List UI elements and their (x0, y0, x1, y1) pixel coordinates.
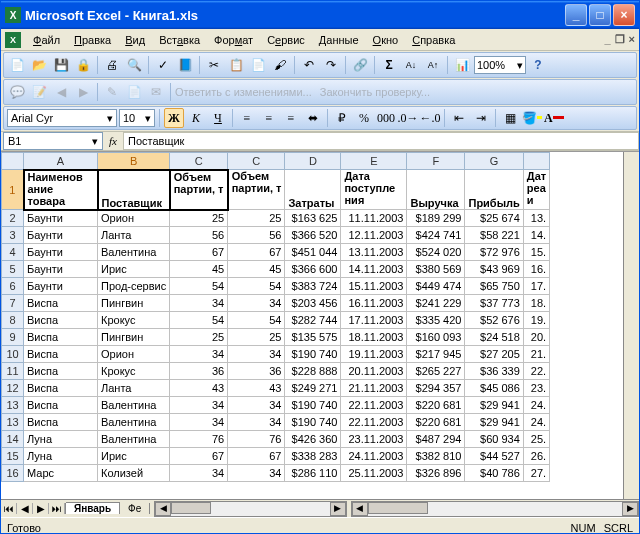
maximize-button[interactable]: □ (589, 4, 611, 26)
cell-h1[interactable]: Датреаи (523, 170, 549, 210)
cell[interactable]: 15. (523, 244, 549, 261)
cell[interactable]: $382 810 (407, 448, 465, 465)
cell[interactable]: 34 (228, 346, 285, 363)
cell[interactable]: $58 221 (465, 227, 523, 244)
cell[interactable]: $366 600 (285, 261, 341, 278)
row-header[interactable]: 13 (2, 414, 24, 431)
cell[interactable]: 43 (228, 380, 285, 397)
cell[interactable]: 16.11.2003 (341, 295, 407, 312)
research-icon[interactable]: 📘 (175, 55, 195, 75)
cell[interactable]: Орион (98, 210, 170, 227)
cell[interactable]: 34 (170, 465, 228, 482)
italic-button[interactable]: К (186, 108, 206, 128)
cell-c1-2[interactable]: Объемпартии, т (228, 170, 285, 210)
cell[interactable]: $220 681 (407, 414, 465, 431)
cell[interactable]: Баунти (24, 278, 98, 295)
cell[interactable]: Крокус (98, 363, 170, 380)
cell[interactable]: Пингвин (98, 329, 170, 346)
reply-changes-button[interactable]: Ответить с изменениями... (175, 86, 312, 98)
cell[interactable]: 22. (523, 363, 549, 380)
cell[interactable]: 34 (170, 397, 228, 414)
cell[interactable]: $190 740 (285, 414, 341, 431)
cell[interactable]: Виспа (24, 363, 98, 380)
cell[interactable]: $426 360 (285, 431, 341, 448)
cell[interactable]: Баунти (24, 244, 98, 261)
align-left-icon[interactable]: ≡ (237, 108, 257, 128)
cell[interactable]: Колизей (98, 465, 170, 482)
cell[interactable]: $424 741 (407, 227, 465, 244)
cell[interactable]: Виспа (24, 295, 98, 312)
cell[interactable]: 14.11.2003 (341, 261, 407, 278)
cell[interactable]: Виспа (24, 329, 98, 346)
app-icon[interactable]: X (5, 32, 21, 48)
cell[interactable]: 25 (170, 210, 228, 227)
cell[interactable]: $380 569 (407, 261, 465, 278)
fill-color-icon[interactable]: 🪣 (522, 108, 542, 128)
undo-icon[interactable]: ↶ (299, 55, 319, 75)
format-painter-icon[interactable]: 🖌 (270, 55, 290, 75)
close-button[interactable]: × (613, 4, 635, 26)
redo-icon[interactable]: ↷ (321, 55, 341, 75)
cell[interactable]: 54 (228, 278, 285, 295)
cell[interactable]: 25 (228, 210, 285, 227)
cell[interactable]: 20.11.2003 (341, 363, 407, 380)
new-icon[interactable]: 📄 (7, 55, 27, 75)
cell[interactable]: Ирис (98, 261, 170, 278)
currency-icon[interactable]: ₽ (332, 108, 352, 128)
col-header-c2[interactable]: C (228, 153, 285, 170)
spell-icon[interactable]: ✓ (153, 55, 173, 75)
cell[interactable]: $294 357 (407, 380, 465, 397)
cell[interactable]: $43 969 (465, 261, 523, 278)
track-icon[interactable]: 📄 (124, 82, 144, 102)
menu-insert[interactable]: Вставка (153, 32, 206, 48)
cell[interactable]: $286 110 (285, 465, 341, 482)
cell[interactable]: Виспа (24, 414, 98, 431)
cell[interactable]: Виспа (24, 346, 98, 363)
cell[interactable]: Валентина (98, 414, 170, 431)
inc-decimal-icon[interactable]: .0→ (398, 108, 418, 128)
cell[interactable]: 67 (170, 244, 228, 261)
cell[interactable]: 17. (523, 278, 549, 295)
cell[interactable]: 54 (170, 278, 228, 295)
cell[interactable]: 34 (228, 465, 285, 482)
col-header-h[interactable] (523, 153, 549, 170)
cell[interactable]: $449 474 (407, 278, 465, 295)
cell[interactable]: $451 044 (285, 244, 341, 261)
cell[interactable]: $524 020 (407, 244, 465, 261)
tab-prev-icon[interactable]: ◀ (17, 503, 33, 514)
cell[interactable]: 34 (170, 295, 228, 312)
cell[interactable]: $220 681 (407, 397, 465, 414)
cell[interactable]: 25 (228, 329, 285, 346)
cell[interactable]: $366 520 (285, 227, 341, 244)
cell[interactable]: 76 (228, 431, 285, 448)
cell[interactable]: 45 (170, 261, 228, 278)
cell[interactable]: $160 093 (407, 329, 465, 346)
cell[interactable]: 23. (523, 380, 549, 397)
zoom-select[interactable]: 100%▾ (474, 56, 526, 74)
cell[interactable]: Орион (98, 346, 170, 363)
cell[interactable]: $203 456 (285, 295, 341, 312)
menu-window[interactable]: Окно (367, 32, 405, 48)
cell[interactable]: 34 (170, 414, 228, 431)
cell[interactable]: 18.11.2003 (341, 329, 407, 346)
cell[interactable]: $27 205 (465, 346, 523, 363)
cell[interactable]: Крокус (98, 312, 170, 329)
menu-format[interactable]: Формат (208, 32, 259, 48)
menu-help[interactable]: Справка (406, 32, 461, 48)
cell[interactable]: $326 896 (407, 465, 465, 482)
cell[interactable]: $36 339 (465, 363, 523, 380)
cell[interactable]: 27. (523, 465, 549, 482)
cell[interactable]: $241 229 (407, 295, 465, 312)
font-color-icon[interactable]: A (544, 108, 564, 128)
row-header[interactable]: 11 (2, 363, 24, 380)
cell[interactable]: Баунти (24, 227, 98, 244)
font-select[interactable]: Arial Cyr▾ (7, 109, 117, 127)
cell[interactable]: Виспа (24, 397, 98, 414)
mail-icon[interactable]: ✉ (146, 82, 166, 102)
dec-indent-icon[interactable]: ⇤ (449, 108, 469, 128)
cell[interactable]: $383 724 (285, 278, 341, 295)
cell[interactable]: Баунти (24, 210, 98, 227)
name-box[interactable]: B1▾ (3, 132, 103, 150)
paste-icon[interactable]: 📄 (248, 55, 268, 75)
cell-c1-1[interactable]: Объемпартии, т (170, 170, 228, 210)
